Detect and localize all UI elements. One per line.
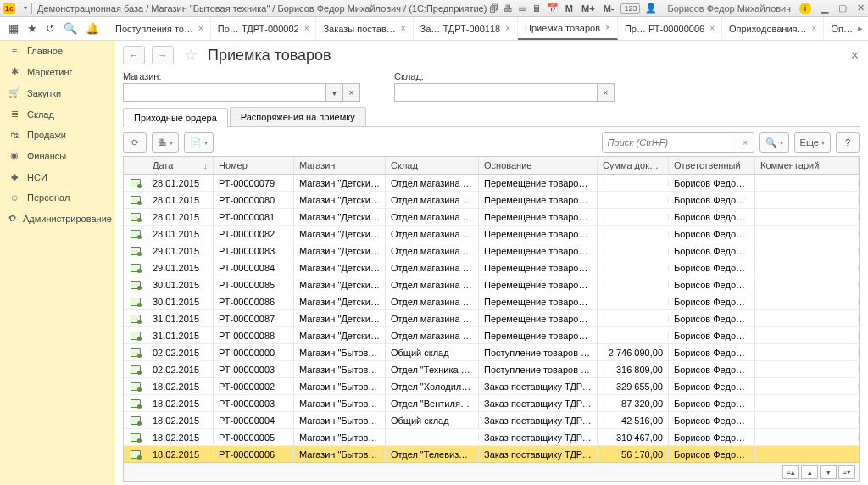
tab[interactable]: Приемка товаров× (518, 17, 618, 40)
col-base[interactable]: Основание (479, 157, 598, 174)
cell-number: РТ-00000086 (214, 293, 294, 310)
table-row[interactable]: 18.02.2015РТ-00000002Магазин "Бытовая…От… (124, 378, 859, 395)
notifications-icon[interactable]: 🔔 (86, 22, 99, 35)
filter-shop-dropdown[interactable]: ▾ (326, 83, 343, 102)
search-global-icon[interactable]: 🔍 (64, 22, 77, 35)
tab[interactable]: Оприходования…× (722, 17, 824, 40)
report-button[interactable]: 📄▾ (184, 132, 214, 153)
col-comment[interactable]: Комментарий (755, 157, 859, 174)
sidebar-item[interactable]: ☺Персонал (0, 187, 114, 208)
table-row[interactable]: 29.01.2015РТ-00000083Магазин "Детские …О… (124, 242, 859, 259)
row-status-cell (124, 328, 147, 343)
print-preview-icon[interactable]: 🗐 (489, 3, 498, 14)
sidebar-item[interactable]: 🛍Продажи (0, 125, 114, 145)
table-row[interactable]: 28.01.2015РТ-00000079Магазин "Детские …О… (124, 175, 859, 192)
tab-close-icon[interactable]: × (709, 24, 715, 33)
subtab-incoming-orders[interactable]: Приходные ордера (123, 108, 228, 127)
numbers-icon[interactable]: 123 (620, 3, 640, 14)
filter-warehouse-clear[interactable]: × (598, 83, 615, 102)
tab-close-icon[interactable]: × (198, 24, 203, 33)
table-row[interactable]: 18.02.2015РТ-00000006Магазин "Бытовая…От… (124, 446, 859, 462)
apps-icon[interactable]: ▦ (8, 22, 19, 35)
tab[interactable]: Пр… РТ-00000006× (618, 17, 722, 40)
refresh-button[interactable]: ⟳ (123, 132, 147, 153)
tab[interactable]: Заказы постав…× (316, 17, 413, 40)
search-clear-button[interactable]: × (737, 133, 754, 152)
sidebar-item[interactable]: 🛒Закупки (0, 82, 114, 103)
col-date[interactable]: Дата↓ (147, 157, 214, 174)
sidebar-item[interactable]: ✱Маркетинг (0, 61, 114, 82)
tab[interactable]: Поступления то…× (108, 17, 211, 40)
sort-asc-icon: ↓ (203, 160, 209, 170)
nav-up-button[interactable]: ▴ (801, 465, 818, 479)
table-row[interactable]: 28.01.2015РТ-00000082Магазин "Детские …О… (124, 226, 859, 242)
nav-forward-button[interactable]: → (152, 46, 174, 64)
sidebar-item[interactable]: ◆НСИ (0, 166, 114, 187)
advanced-search-button[interactable]: 🔍▾ (760, 132, 789, 153)
report-icon: 📄 (190, 137, 202, 148)
table-row[interactable]: 28.01.2015РТ-00000081Магазин "Детские …О… (124, 209, 859, 226)
filter-shop-input[interactable] (123, 83, 326, 102)
tab[interactable]: По… ТДРТ-000002× (211, 17, 317, 40)
filter-warehouse-input[interactable] (394, 83, 598, 102)
tab-close-icon[interactable]: × (605, 23, 610, 32)
col-responsible[interactable]: Ответственный (669, 157, 755, 174)
table-row[interactable]: 02.02.2015РТ-00000000Магазин "Бытовая…Об… (124, 344, 859, 361)
nav-last-button[interactable]: ≡▾ (838, 465, 855, 479)
nav-down-button[interactable]: ▾ (820, 465, 837, 479)
table-row[interactable]: 18.02.2015РТ-00000005Магазин "Бытовая…За… (124, 429, 859, 446)
col-sum[interactable]: Сумма докум… (598, 157, 669, 174)
tab[interactable]: За… ТДРТ-000118× (414, 17, 518, 40)
close-window-button[interactable]: ✕ (857, 3, 865, 14)
table-row[interactable]: 02.02.2015РТ-00000003Магазин "Бытовая…От… (124, 361, 859, 378)
tabs-scroll-right[interactable]: ▸ (853, 17, 868, 40)
history-icon[interactable]: ↺ (46, 22, 55, 35)
sidebar-item[interactable]: ✿Администрирование (0, 208, 114, 229)
tab[interactable]: Оп…ЧПРТ-000002× (824, 17, 853, 40)
tab-close-icon[interactable]: × (304, 24, 309, 33)
info-icon[interactable]: i (799, 3, 811, 14)
calendar-icon[interactable]: 📅 (547, 3, 559, 14)
maximize-button[interactable]: ▢ (838, 3, 847, 14)
col-shop[interactable]: Магазин (294, 157, 386, 174)
print-button[interactable]: 🖶▾ (152, 132, 179, 153)
table-row[interactable]: 29.01.2015РТ-00000084Магазин "Детские …О… (124, 259, 859, 276)
tab-close-icon[interactable]: × (812, 24, 817, 33)
nav-first-button[interactable]: ≡▴ (782, 465, 799, 479)
sidebar-item[interactable]: ◉Финансы (0, 145, 114, 166)
minimize-button[interactable]: ▁ (821, 3, 828, 14)
app-menu-dropdown[interactable]: ▾ (19, 3, 32, 14)
m-plus-button[interactable]: M+ (580, 3, 597, 14)
subtab-acceptance-orders[interactable]: Распоряжения на приемку (230, 107, 366, 126)
table-row[interactable]: 28.01.2015РТ-00000080Магазин "Детские …О… (124, 192, 859, 209)
calc-icon[interactable]: 🖩 (532, 3, 542, 14)
compare-icon[interactable]: ⩸ (518, 3, 527, 14)
table-row[interactable]: 18.02.2015РТ-00000004Магазин "Бытовая…Об… (124, 412, 859, 429)
filter-shop-clear[interactable]: × (343, 83, 360, 102)
sidebar-item[interactable]: ≡Главное (0, 41, 114, 61)
col-icon[interactable] (124, 157, 147, 174)
m-button[interactable]: M (564, 3, 575, 14)
favorites-icon[interactable]: ★ (27, 22, 37, 35)
close-page-button[interactable]: ✕ (850, 49, 860, 62)
tab-close-icon[interactable]: × (401, 24, 406, 33)
table-row[interactable]: 18.02.2015РТ-00000003Магазин "Бытовая…От… (124, 395, 859, 412)
tab-close-icon[interactable]: × (505, 24, 510, 33)
user-name[interactable]: Борисов Федор Михайлович (667, 3, 791, 14)
m-minus-button[interactable]: M- (602, 3, 616, 14)
help-button[interactable]: ? (836, 132, 860, 153)
print-icon[interactable]: 🖶 (504, 3, 513, 14)
col-warehouse[interactable]: Склад (386, 157, 479, 174)
sidebar-item[interactable]: ≣Склад (0, 103, 114, 125)
favorite-star-icon[interactable]: ☆ (184, 46, 198, 64)
nav-back-button[interactable]: ← (123, 46, 145, 64)
search-input[interactable] (603, 133, 737, 152)
table-row[interactable]: 30.01.2015РТ-00000085Магазин "Детские …О… (124, 276, 859, 293)
col-number[interactable]: Номер (214, 157, 294, 174)
sidebar-item-icon: ≣ (8, 109, 20, 120)
table-row[interactable]: 31.01.2015РТ-00000087Магазин "Детские …О… (124, 310, 859, 327)
table-row[interactable]: 30.01.2015РТ-00000086Магазин "Детские …О… (124, 293, 859, 310)
table-row[interactable]: 31.01.2015РТ-00000088Магазин "Детские …О… (124, 327, 859, 344)
more-button[interactable]: Еще▾ (794, 132, 831, 153)
cell-sum (598, 315, 669, 322)
